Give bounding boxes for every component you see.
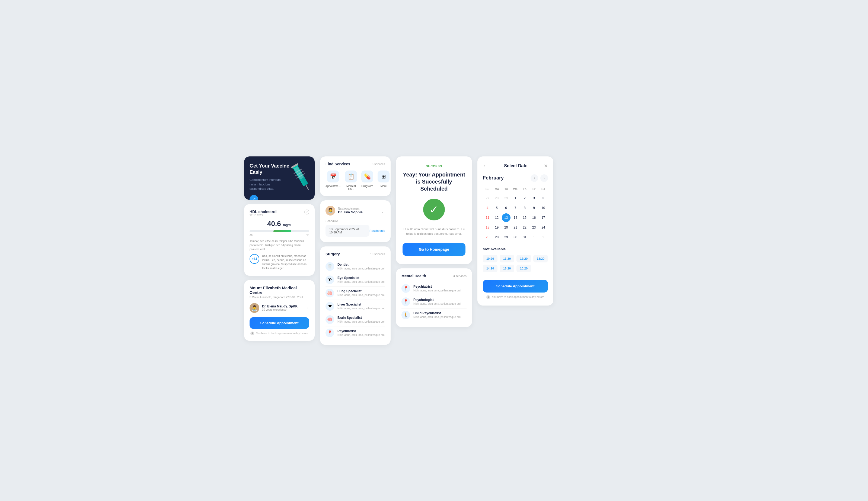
slot-1220[interactable]: 12:20: [517, 255, 531, 263]
cal-day-22[interactable]: 22: [520, 223, 529, 232]
cal-day-19[interactable]: 19: [492, 223, 501, 232]
more-icon: ⊞: [378, 171, 390, 182]
appt-doctor-row: 👩‍⚕️ Next Appointment Dr. Eva Sophia: [326, 206, 363, 215]
slot-1620[interactable]: 16:20: [500, 265, 514, 272]
slot-1120[interactable]: 11:20: [500, 255, 514, 263]
prev-month-button[interactable]: ‹: [531, 174, 538, 182]
cal-day-6[interactable]: 6: [502, 204, 510, 212]
mental-child-psychiatrist-icon: 🚶: [401, 311, 410, 319]
vaccine-desc: Condimentum interdum nullam faucibus sus…: [250, 178, 287, 191]
mental-item-child-psychiatrist[interactable]: 🚶 Child Psychiatrist Nibh lacus, arcu ur…: [401, 309, 467, 321]
cal-day-31[interactable]: 31: [520, 233, 529, 242]
cal-day-16[interactable]: 16: [530, 213, 538, 222]
svg-line-3: [306, 185, 309, 190]
cal-day-9[interactable]: 9: [530, 204, 538, 212]
appt-menu-icon[interactable]: ⋮: [380, 208, 385, 214]
surgery-item-eye[interactable]: 👁 Eye Specialist Nibh lacus, arcu urna, …: [326, 273, 385, 287]
calendar-close-icon[interactable]: ✕: [544, 163, 548, 169]
hdl-value: 40.6 mg/dl: [250, 220, 309, 228]
cal-day-30[interactable]: 30: [511, 233, 520, 242]
mental-psychiatrist-name: Psychiatrist: [413, 285, 461, 288]
go-to-homepage-button[interactable]: Go to Homepage: [403, 243, 465, 256]
cal-day-29-prev[interactable]: 29: [502, 194, 510, 203]
cal-day-1[interactable]: 1: [511, 194, 520, 203]
cal-day-28b[interactable]: 28: [492, 233, 501, 242]
cal-day-25[interactable]: 25: [483, 233, 492, 242]
mental-item-psychologist[interactable]: 📍 Psychologist Nibh lacus, arcu urna, pe…: [401, 295, 467, 309]
hdl-desc: Tempor, sed vitae ac mi tempor nibh fauc…: [250, 239, 309, 251]
cal-day-4[interactable]: 4: [483, 204, 492, 212]
slot-1020[interactable]: 10:20: [483, 255, 497, 263]
cal-day-29b[interactable]: 29: [502, 233, 510, 242]
service-icon-appointment[interactable]: 📅 Appointme...: [326, 171, 341, 191]
mental-count: 3 services: [453, 274, 467, 278]
slot-row-2: 14:20 16:20 10:20: [483, 265, 548, 272]
success-card: SUCCESS Yeay! Your Appointment is Succes…: [396, 157, 472, 264]
cal-day-8[interactable]: 8: [520, 204, 529, 212]
clinic-card: Mount Elizabeth Medical Centre 3 Mount E…: [244, 280, 315, 341]
cal-info-icon: ℹ: [486, 295, 490, 299]
mental-title: Mental Health: [401, 274, 426, 278]
drugstore-icon: 💊: [361, 171, 373, 182]
hdl-bar-labels: 38 44: [250, 233, 309, 236]
calendar-header: ← Select Date ✕: [483, 163, 548, 169]
doctor-arrow-icon[interactable]: →: [305, 306, 309, 310]
service-icon-more[interactable]: ⊞ More: [378, 171, 390, 191]
surgery-item-lung[interactable]: 🫁 Lung Specialist Nibh lacus, arcu urna,…: [326, 287, 385, 300]
cal-day-15[interactable]: 15: [520, 213, 529, 222]
service-icon-drugstore[interactable]: 💊 Drugstore: [361, 171, 373, 191]
doctor-row: 👨‍⚕️ Dr. Elena Maudy. SpKK 10 years expe…: [250, 303, 309, 313]
cal-day-1-next[interactable]: 1: [530, 233, 538, 242]
cal-day-20[interactable]: 20: [502, 223, 510, 232]
eye-desc: Nibh lacus, arcu urna, pellentesque orci: [337, 280, 385, 283]
calendar-week-3: 11 12 13 14 15 16 17: [483, 213, 548, 222]
slot-1320[interactable]: 13:20: [533, 255, 548, 263]
cal-day-5[interactable]: 5: [492, 204, 501, 212]
appointment-label: Appointme...: [326, 185, 341, 188]
cal-day-2[interactable]: 2: [520, 194, 529, 203]
cal-day-14[interactable]: 14: [511, 213, 520, 222]
cal-day-18[interactable]: 18: [483, 223, 492, 232]
surgery-item-liver[interactable]: ❤ Liver Specialist Nibh lacus, arcu urna…: [326, 300, 385, 313]
cal-day-28-prev[interactable]: 28: [492, 194, 501, 203]
cal-day-23[interactable]: 23: [530, 223, 538, 232]
cal-day-13[interactable]: 13: [502, 213, 510, 222]
calendar-card: ← Select Date ✕ February ‹ › Su Mo Tu We…: [477, 157, 553, 306]
lung-specialist-icon: 🫁: [326, 289, 334, 297]
cal-day-27-prev[interactable]: 27: [483, 194, 492, 203]
appt-doctor-avatar: 👩‍⚕️: [326, 206, 335, 215]
hdl-help-icon[interactable]: ?: [304, 210, 309, 214]
cal-day-12[interactable]: 12: [492, 213, 501, 222]
cal-day-3-fri[interactable]: 3: [530, 194, 538, 203]
cal-day-2-next[interactable]: 2: [539, 233, 548, 242]
cal-day-11[interactable]: 11: [483, 213, 492, 222]
service-icon-medical[interactable]: 📋 Medical Ch...: [345, 171, 357, 191]
success-description: Et nulla odio aliquet vel nunc duis posu…: [403, 227, 465, 236]
cal-day-7[interactable]: 7: [511, 204, 520, 212]
schedule-appointment-button[interactable]: Schedule Appointment: [250, 317, 309, 329]
next-month-button[interactable]: ›: [540, 174, 548, 182]
reschedule-button[interactable]: Reschedule: [369, 229, 385, 232]
slot-1020b[interactable]: 10:20: [517, 265, 531, 272]
hdl-date: 22.10.2022: [250, 214, 276, 217]
hdl-badge-row: +4.1 Ut a, sit blandit duis risus, maece…: [250, 254, 309, 270]
cal-day-24[interactable]: 24: [539, 223, 548, 232]
days-of-week: Su Mo Tu We Th Fr Sa: [483, 186, 548, 192]
cal-day-3-sat[interactable]: 3: [539, 194, 548, 203]
cal-day-10[interactable]: 10: [539, 204, 548, 212]
surgery-item-brain[interactable]: 🧠 Brain Specialist Nibh lacus, arcu urna…: [326, 313, 385, 327]
dow-sa: Sa: [539, 186, 548, 192]
dow-th: Th: [520, 186, 529, 192]
slot-1420[interactable]: 14:20: [483, 265, 497, 272]
schedule-label: Schedule: [326, 219, 385, 223]
success-checkmark-icon: ✓: [423, 199, 445, 221]
calendar-back-icon[interactable]: ←: [483, 163, 488, 169]
vaccine-arrow-button[interactable]: ↗: [250, 195, 258, 200]
surgery-item-dentist[interactable]: 🦷 Dentist Nibh lacus, arcu urna, pellent…: [326, 260, 385, 273]
surgery-item-psychiatrist[interactable]: 📍 Psychiatrist Nibh lacus, arcu urna, pe…: [326, 327, 385, 339]
calendar-schedule-button[interactable]: Schedule Appointment: [483, 280, 548, 292]
mental-item-psychiatrist[interactable]: 📍 Psychiatrist Nibh lacus, arcu urna, pe…: [401, 282, 467, 295]
cal-day-17[interactable]: 17: [539, 213, 548, 222]
cal-day-21[interactable]: 21: [511, 223, 520, 232]
dow-we: We: [511, 186, 520, 192]
